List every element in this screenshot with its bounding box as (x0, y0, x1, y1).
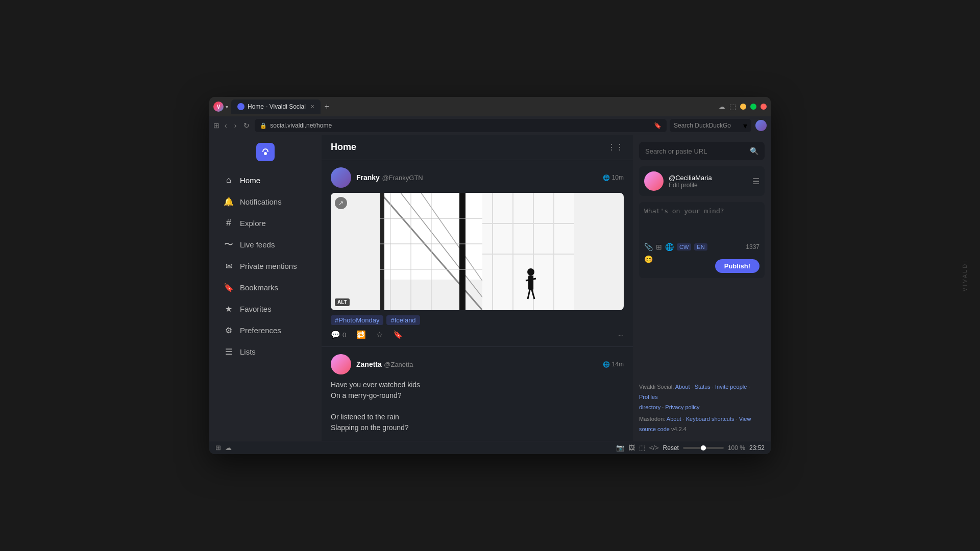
post-2-text: Have you ever watched kids On a merry-go… (331, 380, 624, 441)
favorites-icon: ★ (224, 304, 234, 314)
image-icon[interactable]: 🖼 (628, 444, 635, 452)
tab-close-button[interactable]: × (311, 103, 314, 110)
minimize-button[interactable] (740, 104, 746, 110)
emoji-icon[interactable]: 😊 (644, 255, 653, 273)
tab-favicon (237, 103, 244, 110)
sidebar-toggle-button[interactable]: ⊞ (213, 121, 219, 130)
post-2-globe-icon: 🌐 (603, 361, 610, 368)
app-logo (256, 143, 275, 161)
code-icon[interactable]: </> (649, 444, 659, 452)
more-icon: ··· (618, 331, 624, 339)
feed-options-button[interactable]: ⋮⋮ (607, 142, 624, 152)
camera-icon[interactable]: 📷 (616, 444, 624, 452)
sidebar-toggle-status[interactable]: ⊞ (215, 444, 221, 452)
poll-icon[interactable]: ⊞ (656, 243, 662, 251)
sidebar-item-favorites[interactable]: ★ Favorites (213, 298, 317, 319)
maximize-button[interactable] (750, 104, 756, 110)
post-1-alt-badge[interactable]: ALT (335, 298, 350, 306)
privacy-link[interactable]: Privacy policy (665, 404, 699, 410)
search-dropdown-icon[interactable]: ▾ (743, 121, 747, 131)
sidebar-item-home[interactable]: ⌂ Home (213, 170, 317, 190)
bookmark-action[interactable]: 🔖 (393, 330, 403, 339)
keyboard-shortcuts-link[interactable]: Keyboard shortcuts (686, 416, 734, 422)
favorite-action[interactable]: ☆ (376, 330, 383, 339)
title-bar-right: ☁ ⬚ (718, 103, 767, 111)
bookmark-icon-action: 🔖 (393, 330, 403, 339)
address-bar[interactable]: 🔒 social.vivaldi.net/home 🔖 (255, 119, 667, 132)
close-button[interactable] (761, 104, 767, 110)
sidebar-item-lists[interactable]: ☰ Lists (213, 341, 317, 362)
cloud-status-icon[interactable]: ☁ (225, 444, 232, 452)
user-avatar-nav[interactable] (755, 120, 767, 131)
post-2-avatar[interactable] (331, 354, 351, 374)
panel-icon[interactable]: ⬚ (729, 103, 736, 111)
url-search-box[interactable]: 🔍 (639, 142, 765, 160)
url-search-input[interactable] (645, 147, 746, 155)
sidebar-item-live-feeds[interactable]: 〜 Live feeds (213, 234, 317, 255)
active-tab[interactable]: Home - Vivaldi Social × (231, 99, 321, 114)
window-icon[interactable]: ⬚ (639, 444, 645, 452)
zoom-slider[interactable] (683, 447, 724, 449)
sidebar-item-explore[interactable]: # Explore (213, 213, 317, 233)
comment-icon: 💬 (331, 330, 340, 339)
about-link[interactable]: About (675, 384, 690, 390)
right-sidebar: 🔍 @CeciliaMaria Edit profile ☰ 📎 ⊞ 🌐 CW … (633, 135, 771, 441)
profile-menu-button[interactable]: ☰ (752, 177, 760, 186)
sidebar-live-feeds-label: Live feeds (240, 240, 275, 249)
new-tab-button[interactable]: + (323, 102, 331, 111)
bookmark-address-icon[interactable]: 🔖 (654, 122, 662, 129)
post-2-author: Zanetta (356, 360, 382, 368)
edit-profile-link[interactable]: Edit profile (669, 182, 747, 189)
footer-secondary: Mastodon: About · Keyboard shortcuts · V… (639, 414, 765, 435)
sidebar-item-bookmarks[interactable]: 🔖 Bookmarks (213, 277, 317, 297)
reload-button[interactable]: ↻ (241, 120, 252, 131)
mastodon-version: v4.2.4 (671, 426, 687, 432)
visibility-icon[interactable]: 🌐 (665, 243, 674, 251)
compose-area: 📎 ⊞ 🌐 CW EN 1337 😊 Publish! (639, 202, 765, 278)
left-sidebar: ⌂ Home 🔔 Notifications # Explore 〜 Live … (209, 135, 322, 441)
compose-input[interactable] (644, 207, 760, 238)
post-1-time: 🌐 10m (603, 174, 624, 181)
post-1-avatar[interactable] (331, 167, 351, 188)
comment-action[interactable]: 💬 0 (331, 330, 346, 339)
navigation-bar: ⊞ ‹ › ↻ 🔒 social.vivaldi.net/home 🔖 Sear… (209, 116, 771, 135)
vivaldi-logo-icon[interactable]: V (213, 102, 224, 112)
profiles-link[interactable]: Profiles (639, 394, 658, 400)
nav-right: Search DuckDuckGo ▾ (670, 119, 767, 132)
status-link[interactable]: Status (695, 384, 710, 390)
browser-search-bar[interactable]: Search DuckDuckGo ▾ (670, 119, 751, 132)
post-1-author: Franky (356, 173, 380, 182)
post-1-boost-badge: ↗ (335, 197, 347, 209)
tag-iceland[interactable]: #Iceland (386, 315, 420, 325)
post-1-tags: #PhotoMonday #Iceland (331, 315, 624, 325)
svg-rect-11 (459, 193, 465, 310)
post-1-actions: 💬 0 🔁 ☆ 🔖 ··· (331, 330, 624, 339)
boost-action[interactable]: 🔁 (356, 330, 366, 339)
forward-button[interactable]: › (232, 120, 239, 131)
sidebar-item-private-mentions[interactable]: ✉ Private mentions (213, 256, 317, 276)
boost-icon-action: 🔁 (356, 330, 366, 339)
mastodon-about-link[interactable]: About (667, 416, 681, 422)
attach-icon[interactable]: 📎 (644, 243, 653, 251)
directory-link[interactable]: directory (639, 404, 660, 410)
more-action[interactable]: ··· (618, 331, 624, 339)
post-2-time: 🌐 14m (603, 361, 624, 368)
publish-button[interactable]: Publish! (715, 259, 760, 273)
en-tag[interactable]: EN (694, 243, 707, 251)
back-button[interactable]: ‹ (223, 120, 229, 131)
post-1: Franky @FrankyGTN 🌐 10m (322, 160, 633, 347)
tag-photomonday[interactable]: #PhotoMonday (331, 315, 383, 325)
post-1-image[interactable]: ↗ ALT (331, 193, 624, 310)
sync-icon[interactable]: ☁ (718, 103, 725, 111)
cw-tag[interactable]: CW (677, 243, 691, 251)
browser-menu-arrow[interactable]: ▾ (226, 104, 228, 110)
status-bar-right: 📷 🖼 ⬚ </> Reset 100 % 23:52 (616, 444, 765, 452)
private-mentions-icon: ✉ (224, 261, 234, 271)
live-feeds-icon: 〜 (224, 239, 234, 249)
invite-link[interactable]: Invite people (715, 384, 747, 390)
reset-zoom-button[interactable]: Reset (663, 444, 679, 452)
sidebar-item-preferences[interactable]: ⚙ Preferences (213, 320, 317, 340)
profile-avatar[interactable] (644, 171, 664, 191)
vivaldi-social-label: Vivaldi Social: (639, 384, 674, 390)
sidebar-item-notifications[interactable]: 🔔 Notifications (213, 191, 317, 212)
